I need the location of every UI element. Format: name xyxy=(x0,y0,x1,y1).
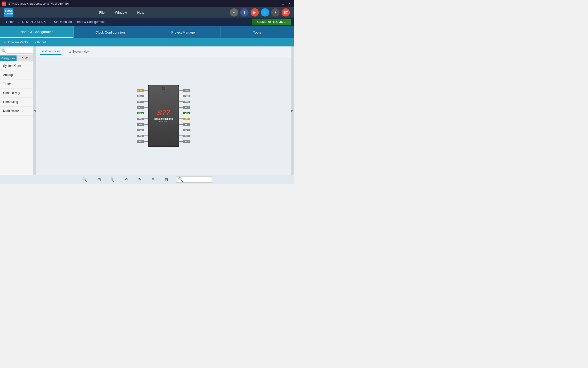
pin-pa5[interactable]: PA5 xyxy=(179,140,195,143)
pin-pa9[interactable]: PA9 xyxy=(179,106,195,109)
bottom-search-input[interactable] xyxy=(184,178,210,181)
chip-area: BOO... PF0-. PF1-. NRST xyxy=(36,57,291,175)
sidebar-item-analog[interactable]: Analog › xyxy=(0,70,33,79)
maximize-button[interactable]: □ xyxy=(281,2,286,5)
network-icon[interactable]: ✦ xyxy=(271,8,280,17)
pin-pa9-label: PA9 xyxy=(183,106,190,109)
search-icon: 🔍 xyxy=(178,177,183,182)
search-icon: 🔍 xyxy=(2,49,6,53)
menu-help[interactable]: Help xyxy=(132,7,149,18)
chip-package: TSSOP20 xyxy=(159,120,168,123)
pin-pa2[interactable]: PA2 xyxy=(133,129,148,131)
sidebar-item-connectivity[interactable]: Connectivity › xyxy=(0,89,33,98)
pin-pa7[interactable]: PA7 xyxy=(179,129,195,131)
pin-line xyxy=(179,107,183,108)
tab-pinout-config[interactable]: Pinout & Configuration xyxy=(0,26,74,38)
pin-vdd-label: VDD xyxy=(183,112,190,114)
pin-vss-label: VSS xyxy=(183,118,190,120)
pin-vdda[interactable]: VDDA xyxy=(133,112,148,114)
pin-pa4[interactable]: PA4 xyxy=(133,140,148,143)
pin-pa4-label: PA4 xyxy=(137,140,144,143)
breadcrumb-home[interactable]: Home xyxy=(3,19,18,25)
pin-line xyxy=(144,135,148,136)
pin-pa0[interactable]: PA0 xyxy=(133,118,148,120)
sidebar: 🔍 ⚙ Categories A->Z System Core › Analog… xyxy=(0,46,33,175)
pin-line xyxy=(179,141,183,142)
pin-pf0-label: PF0-. xyxy=(137,95,144,97)
facebook-icon[interactable]: f xyxy=(240,8,249,17)
generate-code-button[interactable]: GENERATE CODE xyxy=(252,19,291,25)
menu-file[interactable]: File xyxy=(94,7,110,18)
pin-nrst[interactable]: NRST xyxy=(133,106,148,109)
sub-pinout[interactable]: ▾ Pinout xyxy=(34,41,46,44)
twitter-icon[interactable]: 🐦 xyxy=(261,8,269,17)
pin-pa6[interactable]: PA6 xyxy=(179,135,195,137)
titlebar: MX STM32CubeMX StdDemo.ioc: STM32F030F4P… xyxy=(0,0,294,7)
app-logo: STM32CubeMX xyxy=(4,8,13,17)
pin-pa3[interactable]: PA3 xyxy=(133,135,148,137)
pin-boot0-label: BOO... xyxy=(137,89,144,92)
chevron-right-icon: › xyxy=(29,109,30,113)
rotate-left-button[interactable]: ↶ xyxy=(122,176,130,183)
breadcrumb-project[interactable]: StdDemo.ioc - Pinout & Configuration xyxy=(51,19,109,25)
tab-project-manager[interactable]: Project Manager xyxy=(147,26,221,38)
pin-pa14[interactable]: PA14 xyxy=(179,89,195,92)
menu-items: File Window Help xyxy=(94,7,149,18)
rotate-right-button[interactable]: ↷ xyxy=(136,176,143,183)
pin-pa6-label: PA6 xyxy=(183,135,190,137)
layers-button[interactable]: ⊟ xyxy=(163,176,170,183)
pin-vss[interactable]: VSS xyxy=(179,118,195,120)
breadcrumb-chip[interactable]: STM32F030F4Px xyxy=(19,19,49,25)
tab-system-view[interactable]: ⊟ System view xyxy=(68,49,90,54)
pin-pa2-label: PA2 xyxy=(137,129,144,131)
sidebar-item-middleware[interactable]: Middleware › xyxy=(0,107,33,116)
st-brand-icon[interactable]: S7 xyxy=(282,8,290,17)
fit-button[interactable]: ⊡ xyxy=(96,176,103,183)
pin-pa13[interactable]: PA13 xyxy=(179,95,195,97)
sidebar-item-system-core[interactable]: System Core › xyxy=(0,61,33,70)
pin-pb1[interactable]: PB1 xyxy=(179,123,195,126)
pin-pa1[interactable]: PA1 xyxy=(133,123,148,126)
chevron-right-icon: › xyxy=(29,91,30,95)
youtube-icon[interactable]: ▶ xyxy=(251,8,259,17)
pin-line xyxy=(144,101,148,102)
pin-vdd[interactable]: VDD xyxy=(179,112,195,114)
pin-pa1-label: PA1 xyxy=(137,123,144,126)
pin-line xyxy=(179,124,183,125)
tab-categories[interactable]: Categories xyxy=(0,55,17,61)
sidebar-collapse-handle[interactable]: ◀ xyxy=(33,46,36,175)
tab-tools[interactable]: Tools xyxy=(221,26,294,38)
tab-az[interactable]: A->Z xyxy=(17,55,33,61)
main-view: ⊞ Pinout view ⊟ System view BOO... PF0-. xyxy=(36,46,291,175)
chevron-right-icon: › xyxy=(29,64,30,68)
zoom-in-button[interactable]: 🔍+ xyxy=(82,176,89,183)
pin-line xyxy=(179,90,183,91)
sidebar-item-computing[interactable]: Computing › xyxy=(0,98,33,107)
main-tabs: Pinout & Configuration Clock Configurati… xyxy=(0,26,294,38)
right-panel-handle[interactable]: ▶ xyxy=(291,46,294,175)
pin-line xyxy=(144,113,148,113)
logo-box: STM32CubeMX xyxy=(4,8,13,17)
pins-left: BOO... PF0-. PF1-. NRST xyxy=(133,85,148,147)
pin-pa10[interactable]: PA10 xyxy=(179,101,195,103)
zoom-out-button[interactable]: 🔍- xyxy=(109,176,116,183)
chevron-down-icon: ▾ xyxy=(34,41,36,44)
chevron-down-icon: ▾ xyxy=(4,41,6,44)
pin-line xyxy=(179,130,183,130)
grid-button[interactable]: ⊞ xyxy=(149,176,157,183)
minimize-button[interactable]: — xyxy=(274,2,280,5)
search-row: 🔍 ⚙ xyxy=(0,46,33,55)
sidebar-item-timers[interactable]: Timers › xyxy=(0,79,33,89)
pin-pf0[interactable]: PF0-. xyxy=(133,95,148,97)
chip-body: S77 STM32F030F4Px TSSOP20 xyxy=(148,85,179,147)
pin-line xyxy=(144,141,148,142)
chevron-right-icon: › xyxy=(29,100,30,104)
pin-pa3-label: PA3 xyxy=(137,135,144,137)
menu-window[interactable]: Window xyxy=(110,7,132,18)
close-button[interactable]: ✕ xyxy=(287,2,292,5)
tab-clock-config[interactable]: Clock Configuration xyxy=(74,26,147,38)
sub-software-packs[interactable]: ▾ Software Packs xyxy=(4,41,28,44)
tab-pinout-view[interactable]: ⊞ Pinout view xyxy=(40,49,61,55)
pin-boot0[interactable]: BOO... xyxy=(133,89,148,92)
pin-pf1[interactable]: PF1-. xyxy=(133,101,148,103)
